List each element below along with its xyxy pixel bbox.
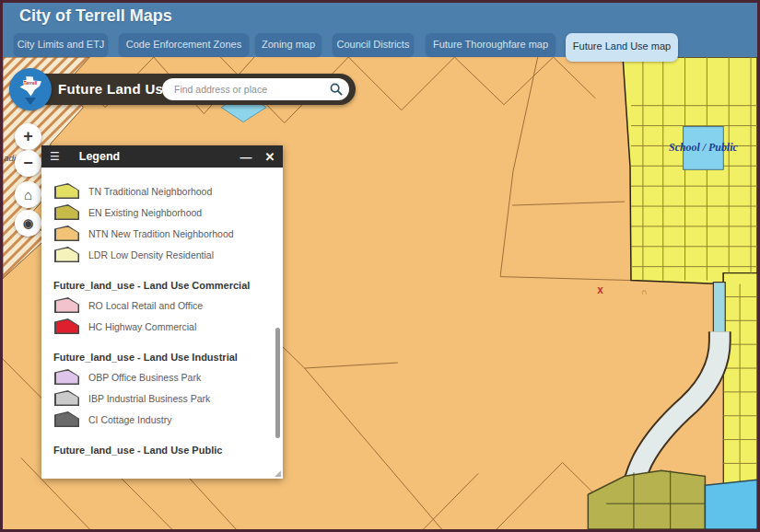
swatch-ntn (54, 226, 79, 241)
home-button[interactable]: ⌂ (15, 181, 41, 208)
legend-heading-public: Future_land_use - Land Use Public (41, 441, 283, 459)
legend-item-ci: CI Cottage Industry (41, 409, 283, 430)
legend-item-tn: TN Traditional Neighborhood (41, 180, 283, 202)
app-header: City of Terrell Maps (3, 3, 757, 30)
search-button[interactable] (323, 78, 349, 100)
zoom-in-button[interactable]: + (15, 123, 41, 150)
legend-item-ro: RO Local Retail and Office (41, 295, 283, 316)
legend-header[interactable]: ☰ Legend — ✕ (41, 145, 283, 168)
swatch-hc (54, 318, 79, 334)
search-box (162, 78, 349, 100)
legend-item-en: EN Existing Neighborhood (41, 202, 283, 223)
zoom-out-button[interactable]: − (15, 150, 41, 177)
page-title: Future Land Use (58, 81, 171, 97)
swatch-tn (54, 183, 79, 199)
swatch-ibp (54, 390, 79, 406)
tab-zoning-map[interactable]: Zoning map (255, 33, 322, 56)
locate-button[interactable]: ◉ (15, 210, 41, 237)
tab-code-enforcement-zones[interactable]: Code Enforcement Zones (119, 33, 249, 56)
tab-city-limits-and-etj[interactable]: City Limits and ETJ (14, 33, 108, 56)
legend-heading-commercial: Future_land_use - Land Use Commercial (41, 276, 283, 295)
legend-scrollbar[interactable] (275, 328, 280, 438)
legend-item-hc: HC Highway Commercial (41, 316, 283, 337)
legend-heading-industrial: Future_land_use - Land Use Industrial (41, 348, 283, 366)
tab-council-districts[interactable]: Council Districts (333, 33, 414, 56)
app-title: City of Terrell Maps (19, 6, 172, 26)
swatch-obp (54, 369, 79, 385)
legend-item-ldr: LDR Low Density Residential (41, 244, 283, 265)
tab-future-thoroughfare-map[interactable]: Future Thoroughfare map (426, 33, 555, 56)
map-pin-icon (25, 98, 36, 105)
map-marker-x: x (597, 283, 603, 296)
legend-list-icon[interactable]: ☰ (50, 150, 60, 163)
logo-label: Terrell (9, 80, 52, 86)
creek-strip (713, 283, 725, 340)
legend-body: TN Traditional Neighborhood EN Existing … (41, 168, 283, 492)
legend-title: Legend (79, 150, 120, 163)
legend-item-ntn: NTN New Tradition Neighborhood (41, 223, 283, 244)
app-window: School / Public adi v x ∩ City of Terrel… (0, 0, 760, 532)
map-marker-arc: ∩ (641, 287, 647, 296)
search-input[interactable] (162, 84, 323, 95)
swatch-en (54, 204, 79, 220)
map-label-school-public: School / Public (669, 141, 738, 154)
swatch-ldr (54, 247, 79, 262)
legend-resize-handle[interactable]: ◢ (275, 468, 281, 478)
swatch-ro (54, 297, 79, 313)
legend-item-obp: OBP Office Business Park (41, 366, 283, 387)
legend-minimize-button[interactable]: — (235, 150, 257, 164)
legend-panel: ☰ Legend — ✕ TN Traditional Neighborhood… (41, 145, 283, 479)
city-logo[interactable]: Terrell (9, 68, 52, 110)
legend-close-button[interactable]: ✕ (257, 150, 283, 164)
swatch-ci (54, 411, 79, 427)
legend-item-ibp: IBP Industrial Business Park (41, 387, 283, 409)
lake (705, 480, 757, 529)
tab-future-land-use-map[interactable]: Future Land Use map (566, 33, 678, 62)
search-icon (330, 83, 343, 96)
toolbar: Future Land Use (28, 74, 356, 105)
tab-bar: City Limits and ETJ Code Enforcement Zon… (3, 30, 757, 57)
